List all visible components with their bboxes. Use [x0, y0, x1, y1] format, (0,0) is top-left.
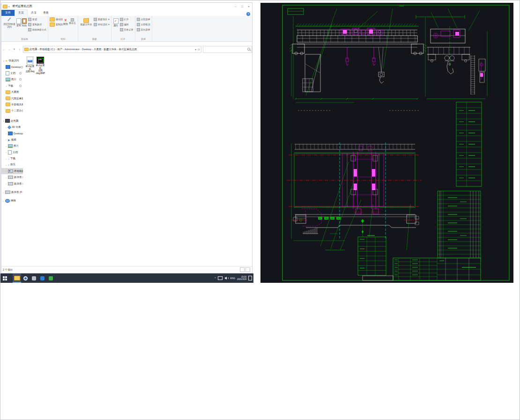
drive-icon	[8, 169, 13, 173]
sidebar-item-3d-objects[interactable]: ›3D 对象	[1, 124, 23, 130]
back-button[interactable]: ←	[1, 48, 7, 51]
document-icon	[6, 71, 9, 75]
copy-button[interactable]: 复制	[16, 17, 21, 27]
tab-file[interactable]: 文件	[1, 10, 15, 16]
sidebar-item-videos[interactable]: ›▶视频	[1, 137, 23, 143]
ribbon: 固定到快速访问 复制 粘贴 剪切 复制路径 粘贴快捷方式	[1, 16, 252, 42]
taskbar-app-3[interactable]	[46, 273, 55, 283]
file-list-pane[interactable]: DWG 桥式起重机 总图.dwg 桥式起重机 总图 .dwg.BMP	[23, 54, 252, 266]
close-button[interactable]: ×	[245, 5, 252, 8]
status-bar: 2 个项目	[1, 266, 252, 273]
tab-share[interactable]: 共享	[28, 10, 40, 16]
new-folder-button[interactable]: 新建文件夹	[80, 17, 92, 26]
speaker-icon[interactable]	[224, 277, 227, 280]
file-item-dwg[interactable]: DWG 桥式起重机 总图.dwg	[25, 57, 35, 73]
breadcrumb-administrator[interactable]: Administrator	[65, 48, 80, 51]
sidebar-item-local-disk-c[interactable]: ›本地磁盘 (C:)	[1, 168, 23, 174]
sidebar-item-downloads[interactable]: ›↓下载	[1, 155, 23, 162]
breadcrumb-new-folder[interactable]: 新建文件夹	[104, 48, 117, 51]
copy-path-button[interactable]: 复制路径	[28, 22, 46, 27]
taskbar: ^ ENG 15:03 2021/3/29	[0, 273, 253, 283]
copy-to-button[interactable]: 复制到	[50, 22, 63, 27]
new-item-button[interactable]: 新建项目▾	[94, 17, 110, 22]
pin-to-quick-access-button[interactable]: 固定到快速访问	[3, 17, 15, 28]
sidebar-item-documents-qa[interactable]: 文档	[1, 70, 23, 76]
sidebar-item-new-volume-e[interactable]: ›新加卷 (E:)	[1, 180, 23, 186]
blue-app-icon	[40, 276, 45, 280]
sidebar-item-desktop-qa[interactable]: Desktop	[1, 64, 23, 70]
properties-button[interactable]: ✓ 属性	[113, 17, 119, 27]
select-none-button[interactable]: 全部取消	[137, 22, 150, 27]
star-icon: ★	[5, 59, 7, 62]
select-all-button[interactable]: 全部选择	[137, 17, 150, 22]
sidebar-item-new-volume-d[interactable]: ›新加卷 (D:)	[1, 174, 23, 180]
notification-center-icon[interactable]	[248, 276, 252, 280]
tray-chevron-icon[interactable]: ^	[215, 277, 215, 280]
taskbar-app-1[interactable]	[30, 273, 38, 283]
title-bar[interactable]: ▾ 桥式起重机总图 – □ ×	[1, 3, 252, 10]
file-explorer-window: ▾ 桥式起重机总图 – □ × 文件 主页 共享 查看 ? 固定到快速访问	[0, 0, 253, 283]
start-button[interactable]	[0, 273, 9, 283]
sidebar-item-downloads-qa[interactable]: ↓下载	[1, 83, 23, 89]
help-button[interactable]: ?	[246, 12, 250, 16]
sidebar-item-folder-building[interactable]: 十二层办公楼	[1, 108, 23, 114]
sidebar-section-quick-access[interactable]: ∨★快速访问	[1, 58, 23, 64]
edit-button[interactable]: 编辑	[120, 22, 134, 27]
thumbnail-view-button[interactable]	[245, 267, 250, 272]
easy-access-button[interactable]: 轻松访问▾	[94, 22, 110, 27]
address-dropdown-icon[interactable]: ▾	[195, 48, 196, 51]
quick-access-toolbar-dropdown-icon[interactable]: ▾	[8, 5, 10, 8]
address-bar[interactable]: 此电脑› 本地磁盘 (C:)› 用户› Administrator› Deskt…	[23, 46, 201, 53]
paste-button[interactable]: 粘贴	[22, 17, 27, 27]
breadcrumb-local-disk-c[interactable]: 本地磁盘 (C:)	[39, 48, 55, 51]
sidebar-item-folder-truck-crane[interactable]: 汽车起重机(全图)	[1, 95, 23, 101]
taskbar-app-2[interactable]	[38, 273, 46, 283]
taskbar-browser[interactable]	[21, 273, 30, 283]
open-button[interactable]: 打开	[120, 17, 134, 22]
breadcrumb-folder-1[interactable]: 凡素图	[94, 48, 102, 51]
monitor-icon[interactable]	[218, 276, 223, 280]
minimize-button[interactable]: –	[232, 5, 239, 8]
paste-shortcut-button[interactable]: 粘贴快捷方式	[28, 27, 46, 32]
sidebar-item-pictures[interactable]: ›图片	[1, 143, 23, 149]
cut-button[interactable]: 剪切	[28, 17, 46, 22]
invert-selection-button[interactable]: 反向选择	[137, 27, 150, 32]
language-indicator[interactable]: ENG	[230, 277, 235, 280]
search-input[interactable]	[203, 46, 252, 53]
delete-button[interactable]: × 删除	[63, 17, 68, 26]
forward-button[interactable]: →	[7, 48, 12, 51]
desktop-icon	[8, 132, 13, 135]
rename-button[interactable]: 重命名	[69, 17, 76, 25]
clock[interactable]: 15:03 2021/3/29	[237, 276, 246, 280]
breadcrumb-current[interactable]: 桥式起重机总图	[119, 48, 137, 51]
sidebar-item-music[interactable]: ›♪音乐	[1, 162, 23, 168]
sidebar-item-folder-fansutu[interactable]: 凡素图	[1, 89, 23, 95]
refresh-icon[interactable]: ⟳	[198, 48, 200, 51]
sidebar-item-documents[interactable]: ›文档	[1, 149, 23, 155]
window-title: 桥式起重机总图	[13, 4, 32, 8]
sidebar-item-desktop[interactable]: ›Desktop	[1, 130, 23, 136]
new-item-icon	[94, 18, 97, 21]
easy-access-icon	[94, 23, 97, 26]
move-to-button[interactable]: 移动到	[50, 17, 63, 22]
history-button[interactable]: 历史记录	[120, 27, 134, 32]
maximize-button[interactable]: □	[239, 5, 245, 8]
folder-icon	[6, 90, 10, 94]
edit-icon	[120, 23, 123, 26]
breadcrumb-this-pc[interactable]: 此电脑	[30, 48, 37, 51]
breadcrumb-users[interactable]: 用户	[57, 48, 62, 51]
tab-home[interactable]: 主页	[15, 9, 28, 16]
sidebar-item-folder-mold-set[interactable]: 全套模具图	[1, 102, 23, 108]
sidebar-item-network[interactable]: ›网络	[1, 198, 23, 204]
taskbar-file-explorer[interactable]	[13, 273, 21, 283]
sidebar-item-new-volume-f[interactable]: ›新加卷 (F:)	[1, 189, 23, 195]
breadcrumb-desktop[interactable]: Desktop	[82, 48, 91, 51]
up-button[interactable]: ↑	[17, 48, 22, 51]
list-view-button[interactable]	[240, 267, 245, 272]
sidebar-item-pictures-qa[interactable]: 图片	[1, 76, 23, 82]
tab-view[interactable]: 查看	[40, 10, 52, 16]
group-label-clipboard: 剪贴板	[3, 37, 46, 41]
sidebar-section-this-pc[interactable]: ∨此电脑	[1, 118, 23, 124]
file-item-bmp[interactable]: 桥式起重机 总图 .dwg.BMP	[35, 57, 45, 74]
recent-locations-button[interactable]: ▾	[12, 47, 17, 51]
